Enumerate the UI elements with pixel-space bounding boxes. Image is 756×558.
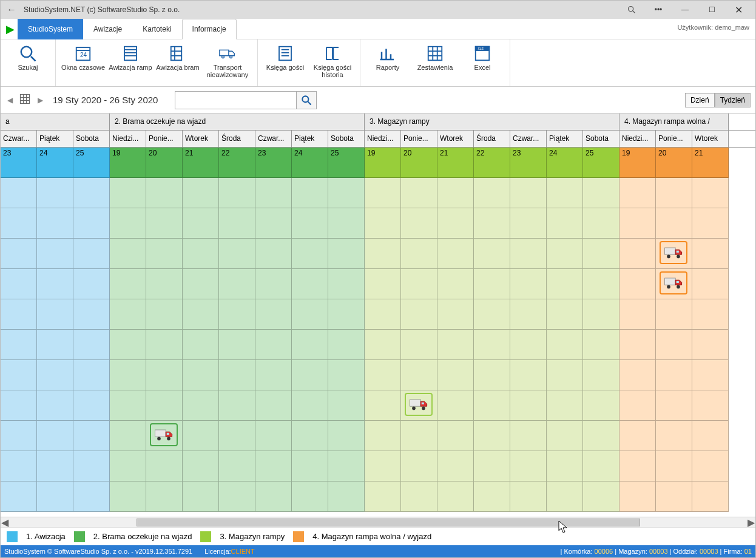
schedule-cell[interactable] <box>110 239 146 269</box>
schedule-cell[interactable] <box>37 330 73 360</box>
schedule-cell[interactable] <box>255 299 292 330</box>
schedule-cell[interactable] <box>619 390 656 421</box>
schedule-cell[interactable] <box>365 239 401 269</box>
schedule-cell[interactable] <box>328 451 365 481</box>
tool-ksiega[interactable]: Księga gości <box>262 42 309 84</box>
schedule-cell[interactable] <box>255 239 292 269</box>
schedule-cell[interactable] <box>401 360 437 390</box>
schedule-cell[interactable] <box>37 360 73 390</box>
truck-icon[interactable] <box>660 271 687 294</box>
schedule-cell[interactable] <box>510 451 547 481</box>
schedule-cell[interactable] <box>292 390 328 421</box>
schedule-cell[interactable] <box>1 299 37 330</box>
schedule-cell[interactable] <box>37 269 73 299</box>
schedule-cell[interactable] <box>510 390 547 421</box>
schedule-cell[interactable] <box>365 269 401 299</box>
schedule-cell[interactable] <box>219 299 255 330</box>
schedule-cell[interactable] <box>619 421 656 451</box>
schedule-cell[interactable] <box>510 299 547 330</box>
menu-informacje[interactable]: Informacje <box>182 19 237 39</box>
schedule-cell[interactable]: 25 <box>73 148 110 178</box>
schedule-cell[interactable]: 25 <box>583 148 619 178</box>
schedule-cell[interactable] <box>37 421 73 451</box>
schedule-cell[interactable] <box>292 178 328 208</box>
schedule-cell[interactable] <box>146 239 183 269</box>
schedule-cell[interactable] <box>547 481 583 512</box>
schedule-cell[interactable] <box>474 481 510 512</box>
schedule-cell[interactable] <box>219 421 255 451</box>
schedule-cell[interactable] <box>328 299 365 330</box>
schedule-cell[interactable] <box>583 451 619 481</box>
schedule-cell[interactable] <box>401 239 437 269</box>
schedule-cell[interactable]: 19 <box>619 148 656 178</box>
schedule-cell[interactable] <box>583 178 619 208</box>
schedule-cell[interactable] <box>110 208 146 239</box>
back-icon[interactable]: ← <box>4 4 19 15</box>
schedule-cell[interactable] <box>474 299 510 330</box>
schedule-cell[interactable] <box>619 299 656 330</box>
search-titlebar-icon[interactable] <box>618 1 645 18</box>
schedule-cell[interactable] <box>547 421 583 451</box>
maximize-icon[interactable]: ☐ <box>698 1 725 18</box>
schedule-cell[interactable] <box>146 208 183 239</box>
schedule-cell[interactable] <box>692 269 729 299</box>
schedule-cell[interactable] <box>619 330 656 360</box>
schedule-cell[interactable] <box>510 239 547 269</box>
schedule-cell[interactable] <box>292 360 328 390</box>
schedule-cell[interactable] <box>547 269 583 299</box>
schedule-cell[interactable] <box>146 360 183 390</box>
schedule-cell[interactable] <box>692 330 729 360</box>
schedule-cell[interactable] <box>219 269 255 299</box>
schedule-cell[interactable] <box>692 390 729 421</box>
schedule-cell[interactable] <box>619 481 656 512</box>
schedule-cell[interactable] <box>401 299 437 330</box>
schedule-cell[interactable] <box>37 208 73 239</box>
schedule-cell[interactable] <box>547 390 583 421</box>
schedule-cell[interactable] <box>474 208 510 239</box>
schedule-cell[interactable] <box>110 481 146 512</box>
schedule-cell[interactable] <box>656 481 692 512</box>
schedule-cell[interactable] <box>692 239 729 269</box>
schedule-cell[interactable] <box>110 390 146 421</box>
schedule-cell[interactable] <box>583 390 619 421</box>
schedule-cell[interactable] <box>583 421 619 451</box>
schedule-cell[interactable]: 24 <box>37 148 73 178</box>
schedule-cell[interactable] <box>401 178 437 208</box>
schedule-cell[interactable] <box>183 269 219 299</box>
schedule-cell[interactable] <box>510 330 547 360</box>
schedule-cell[interactable] <box>401 269 437 299</box>
schedule-cell[interactable] <box>146 421 183 451</box>
schedule-cell[interactable] <box>255 269 292 299</box>
schedule-cell[interactable] <box>110 178 146 208</box>
schedule-cell[interactable] <box>73 481 110 512</box>
menu-awizacje[interactable]: Awizacje <box>83 19 132 39</box>
truck-icon[interactable] <box>660 241 687 264</box>
schedule-cell[interactable] <box>255 390 292 421</box>
schedule-cell[interactable] <box>146 390 183 421</box>
schedule-cell[interactable] <box>510 481 547 512</box>
schedule-cell[interactable] <box>219 451 255 481</box>
schedule-cell[interactable]: 19 <box>110 148 146 178</box>
schedule-cell[interactable] <box>547 239 583 269</box>
schedule-cell[interactable] <box>437 421 474 451</box>
schedule-cell[interactable] <box>656 239 692 269</box>
schedule-cell[interactable] <box>1 330 37 360</box>
schedule-cell[interactable] <box>437 178 474 208</box>
schedule-cell[interactable] <box>656 330 692 360</box>
schedule-cell[interactable] <box>619 178 656 208</box>
schedule-cell[interactable] <box>37 299 73 330</box>
schedule-cell[interactable] <box>619 451 656 481</box>
tool-ramp[interactable]: Awizacja ramp <box>107 42 154 84</box>
schedule-cell[interactable] <box>183 330 219 360</box>
schedule-cell[interactable] <box>292 451 328 481</box>
schedule-cell[interactable] <box>183 421 219 451</box>
schedule-cell[interactable] <box>1 481 37 512</box>
schedule-cell[interactable] <box>474 330 510 360</box>
search-input[interactable] <box>175 91 296 109</box>
schedule-cell[interactable] <box>692 481 729 512</box>
schedule-cell[interactable] <box>474 239 510 269</box>
schedule-cell[interactable] <box>365 208 401 239</box>
calendar-grid-icon[interactable] <box>19 93 31 107</box>
schedule-cell[interactable] <box>437 451 474 481</box>
schedule-cell[interactable]: 20 <box>146 148 183 178</box>
